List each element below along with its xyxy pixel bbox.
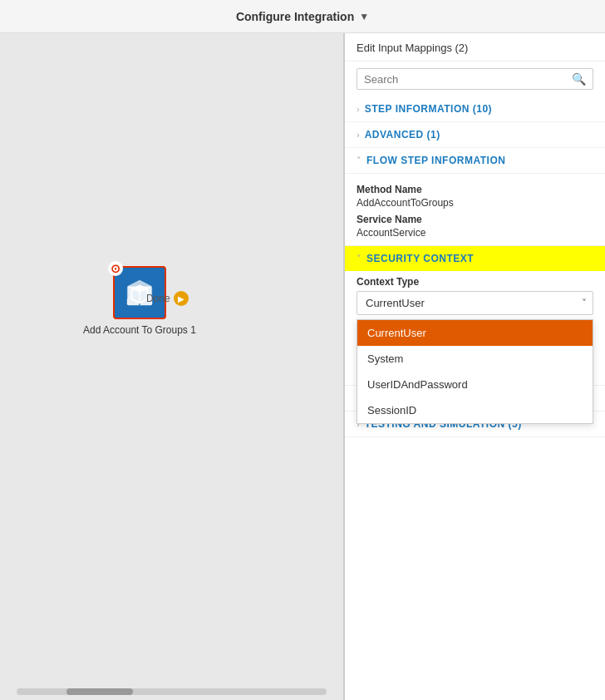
chevron-right-icon: ›	[357, 104, 360, 114]
step-info-label: STEP INFORMATION (10)	[365, 103, 492, 115]
dropdown-menu: CurrentUser System UserIDAndPassword Ses…	[357, 319, 593, 424]
dropdown-item-userid-password[interactable]: UserIDAndPassword	[357, 372, 593, 397]
canvas-area: ⊙ Add Account To Groups 1	[0, 33, 345, 700]
chevron-right-icon: ›	[357, 130, 360, 140]
sections-container: › STEP INFORMATION (10) › ADVANCED (1) ˅…	[345, 96, 605, 700]
search-input[interactable]	[364, 73, 572, 86]
error-badge-icon: ⊙	[108, 261, 123, 276]
security-context-section: ˅ SECURITY CONTEXT Context Type CurrentU…	[345, 246, 605, 386]
right-panel: Properties Edit Input Mappings (2) 🔍 › S…	[345, 33, 605, 700]
scrollbar-thumb	[66, 688, 133, 695]
canvas-scrollbar[interactable]	[17, 688, 327, 695]
service-name-value: AccountService	[357, 227, 593, 239]
search-icon: 🔍	[572, 72, 586, 86]
arrow-circle-icon: ▶	[174, 291, 189, 306]
section-advanced[interactable]: › ADVANCED (1)	[345, 122, 605, 148]
dropdown-current-value: CurrentUser	[366, 297, 425, 309]
done-label: Done	[146, 293, 170, 304]
chevron-down-icon: ˅	[357, 155, 362, 166]
flow-info-content: Method Name AddAccountToGroups Service N…	[345, 174, 605, 246]
advanced-label: ADVANCED (1)	[365, 129, 440, 140]
context-type-dropdown[interactable]: CurrentUser ˅ CurrentUser System UserIDA…	[357, 291, 593, 315]
dropdown-item-system[interactable]: System	[357, 346, 593, 372]
chevron-down-icon: ▼	[359, 11, 369, 22]
done-arrow: Done ▶	[146, 291, 189, 306]
section-step-information[interactable]: › STEP INFORMATION (10)	[345, 96, 605, 122]
section-flow-step[interactable]: ˅ FLOW STEP INFORMATION	[345, 148, 605, 174]
configure-title[interactable]: Configure Integration ▼	[236, 10, 369, 23]
node-label: Add Account To Groups 1	[83, 324, 196, 336]
dropdown-item-session-id[interactable]: SessionID	[357, 397, 593, 423]
security-context-label: SECURITY CONTEXT	[366, 253, 474, 264]
search-box[interactable]: 🔍	[357, 68, 593, 90]
service-name-label: Service Name	[357, 214, 593, 225]
dropdown-item-current-user[interactable]: CurrentUser	[357, 320, 593, 346]
method-name-value: AddAccountToGroups	[357, 197, 593, 209]
header-title: Configure Integration	[236, 10, 354, 23]
method-name-label: Method Name	[357, 184, 593, 195]
panel-header: Edit Input Mappings (2)	[345, 33, 605, 62]
main-layout: ⊙ Add Account To Groups 1	[0, 33, 605, 700]
chevron-down-icon: ˅	[357, 254, 362, 264]
top-header: Configure Integration ▼	[0, 0, 605, 33]
flow-step-label: FLOW STEP INFORMATION	[366, 155, 505, 166]
context-type-label: Context Type	[345, 271, 605, 291]
panel-title: Edit Input Mappings (2)	[357, 42, 468, 54]
security-context-header[interactable]: ˅ SECURITY CONTEXT	[345, 246, 605, 271]
dropdown-select-box[interactable]: CurrentUser	[357, 291, 593, 315]
